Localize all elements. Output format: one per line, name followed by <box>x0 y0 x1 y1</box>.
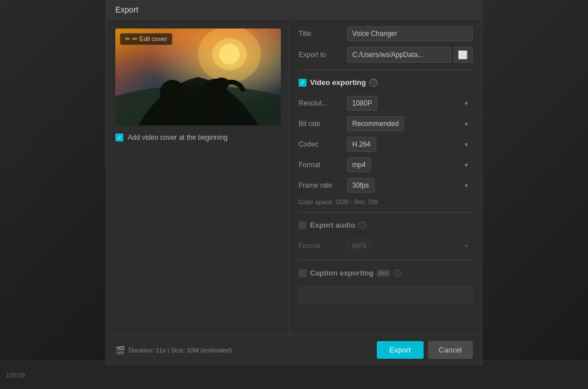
format-field-row: Format mp4 <box>299 157 473 172</box>
format-select-wrapper: mp4 <box>347 157 473 172</box>
video-exporting-header: ✓ Video exporting ⓘ <box>299 78 473 90</box>
footer-buttons: Export Cancel <box>377 341 473 359</box>
background-left <box>0 0 106 389</box>
audio-exporting-title: Export audio <box>310 221 355 229</box>
codec-field-row: Codec H.264 <box>299 137 473 152</box>
right-panel: Title Export to ⬜ ✓ Video exporting ⓘ <box>289 19 482 335</box>
footer-info: 🎬 Duration: 11s | Size: 10M (estimated) <box>115 346 232 355</box>
caption-exporting-checkbox[interactable] <box>299 269 307 277</box>
add-video-cover-row[interactable]: ✓ Add video cover at the beginning <box>115 133 228 141</box>
dialog-title: Export <box>115 5 138 14</box>
export-dialog: Export <box>106 0 482 365</box>
resolution-select[interactable]: 1080P <box>347 96 377 111</box>
audio-format-label: Format <box>299 242 347 250</box>
browse-folder-button[interactable]: ⬜ <box>453 47 473 63</box>
divider-2 <box>299 212 473 213</box>
frame-rate-label: Frame rate <box>299 181 347 189</box>
export-button[interactable]: Export <box>377 341 424 359</box>
caption-format-dots: ... <box>304 291 309 299</box>
video-exporting-checkbox[interactable]: ✓ <box>299 79 307 87</box>
audio-format-select-wrapper: MP3 <box>347 238 473 253</box>
svg-rect-7 <box>204 94 227 125</box>
frame-rate-field-row: Frame rate 30fps <box>299 178 473 193</box>
export-path-input[interactable] <box>347 47 451 63</box>
svg-point-2 <box>219 44 240 64</box>
cover-container: ✏ ✏ Edit cover <box>115 29 281 125</box>
cancel-button[interactable]: Cancel <box>428 341 473 359</box>
caption-pro-badge: Pro <box>377 270 390 277</box>
folder-icon: ⬜ <box>458 50 468 59</box>
bit-rate-select-wrapper: Recommended <box>347 116 473 131</box>
export-to-input-group: ⬜ <box>347 47 473 63</box>
dialog-footer: 🎬 Duration: 11s | Size: 10M (estimated) … <box>106 335 482 364</box>
color-space-text: Color space: SDR - Rec.709 <box>299 198 473 205</box>
background-right <box>482 0 588 389</box>
audio-exporting-header: Export audio ⓘ <box>299 221 473 233</box>
caption-format-placeholder: ... <box>299 286 473 303</box>
format-label: Format <box>299 161 347 169</box>
edit-cover-label: ✏ Edit cover <box>132 35 167 43</box>
caption-info-icon[interactable]: ⓘ <box>393 269 401 277</box>
video-exporting-title: Video exporting <box>310 78 366 87</box>
format-select[interactable]: mp4 <box>347 157 371 172</box>
frame-rate-select[interactable]: 30fps <box>347 178 374 193</box>
bit-rate-select[interactable]: Recommended <box>347 116 404 131</box>
audio-exporting-checkbox[interactable] <box>299 221 307 229</box>
divider-1 <box>299 70 473 70</box>
export-to-label: Export to <box>299 51 347 59</box>
add-cover-label: Add video cover at the beginning <box>128 133 228 141</box>
film-icon: 🎬 <box>115 346 125 355</box>
title-input[interactable] <box>347 26 473 41</box>
audio-format-field-row: Format MP3 <box>299 238 473 253</box>
codec-label: Codec <box>299 140 347 148</box>
divider-3 <box>299 260 473 261</box>
caption-exporting-title: Caption exporting <box>310 269 373 277</box>
codec-select-wrapper: H.264 <box>347 137 473 152</box>
codec-select[interactable]: H.264 <box>347 137 376 152</box>
resolution-label: Resolut... <box>299 99 347 107</box>
title-field-row: Title <box>299 26 473 41</box>
left-panel: ✏ ✏ Edit cover ✓ Add video cover at the … <box>106 19 289 335</box>
caption-exporting-header: Caption exporting Pro ⓘ <box>299 269 473 281</box>
resolution-field-row: Resolut... 1080P <box>299 96 473 111</box>
dialog-body: ✏ ✏ Edit cover ✓ Add video cover at the … <box>106 19 482 335</box>
audio-info-icon[interactable]: ⓘ <box>359 221 367 229</box>
duration-info: Duration: 11s | Size: 10M (estimated) <box>128 347 232 354</box>
add-cover-checkbox[interactable]: ✓ <box>115 133 123 141</box>
edit-cover-button[interactable]: ✏ ✏ Edit cover <box>120 33 172 45</box>
export-to-field-row: Export to ⬜ <box>299 47 473 63</box>
audio-format-select[interactable]: MP3 <box>347 238 372 253</box>
edit-icon: ✏ <box>125 35 130 43</box>
bit-rate-label: Bit rate <box>299 120 347 128</box>
dialog-title-bar: Export <box>106 1 482 19</box>
svg-rect-5 <box>160 96 185 125</box>
resolution-select-wrapper: 1080P <box>347 96 473 111</box>
frame-rate-select-wrapper: 30fps <box>347 178 473 193</box>
bit-rate-field-row: Bit rate Recommended <box>299 116 473 131</box>
video-info-icon[interactable]: ⓘ <box>369 79 377 87</box>
title-label: Title <box>299 30 347 38</box>
